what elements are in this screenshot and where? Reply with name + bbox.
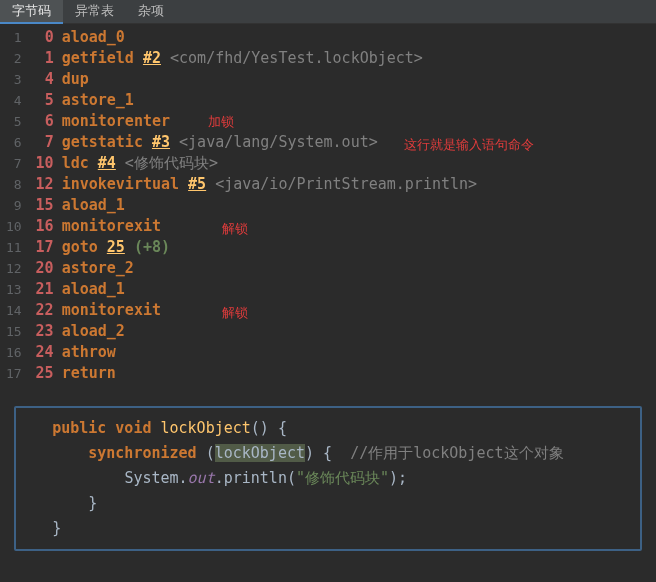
ident: System. [124,469,187,487]
ref-description: <修饰代码块> [116,154,218,172]
bytecode-line: 1getfield #2 <com/fhd/YesTest.lockObject… [30,48,656,69]
gutter-number: 11 [6,237,22,258]
bytecode-instruction: monitorenter [62,112,170,130]
bytecode-instruction: monitorexit [62,301,161,319]
bytecode-line: 10ldc #4 <修饰代码块> [30,153,656,174]
gutter-number: 6 [6,132,22,153]
keyword: void [115,419,151,437]
tab-bytecode[interactable]: 字节码 [0,0,63,24]
bytecode-instruction: aload_2 [62,322,125,340]
bytecode-line: 25return [30,363,656,384]
bytecode-offset: 4 [30,69,54,90]
method-name: lockObject [161,419,251,437]
gutter-number: 15 [6,321,22,342]
gutter-number: 8 [6,174,22,195]
line-comment: //作用于lockObject这个对象 [350,444,563,462]
source-line: System.out.println("修饰代码块"); [16,466,640,491]
tab-bar: 字节码 异常表 杂项 [0,0,656,24]
bytecode-offset: 1 [30,48,54,69]
bytecode-instruction: astore_2 [62,259,134,277]
bytecode-offset: 6 [30,111,54,132]
constant-pool-ref[interactable]: #3 [152,133,170,151]
bytecode-instruction: athrow [62,343,116,361]
ref-description: <java/lang/System.out> [170,133,378,151]
bytecode-line: 5astore_1 [30,90,656,111]
string-literal: "修饰代码块" [296,469,389,487]
constant-pool-ref[interactable]: #5 [188,175,206,193]
bytecode-instruction: monitorexit [62,217,161,235]
ident: .println( [215,469,296,487]
source-line: } [16,491,640,516]
bytecode-line: 7getstatic #3 <java/lang/System.out> [30,132,656,153]
bytecode-instruction: aload_0 [62,28,125,46]
annotation-unlock-1: 解锁 [222,218,248,239]
gutter-number: 4 [6,90,22,111]
bytecode-line: 0aload_0 [30,27,656,48]
bytecode-instruction: getstatic [62,133,143,151]
jump-target[interactable]: 25 [107,238,125,256]
punct: ( [197,444,215,462]
bytecode-offset: 0 [30,27,54,48]
source-panel: public void lockObject() { synchronized … [14,406,642,551]
bytecode-offset: 5 [30,90,54,111]
jump-relative: (+8) [125,238,170,256]
brace: } [52,519,61,537]
annotation-unlock-2: 解锁 [222,302,248,323]
gutter-number: 2 [6,48,22,69]
bytecode-instruction: invokevirtual [62,175,179,193]
bytecode-offset: 25 [30,363,54,384]
gutter-number: 5 [6,111,22,132]
highlighted-ident: lockObject [215,444,305,462]
punct: ) { [305,444,350,462]
gutter-number: 10 [6,216,22,237]
gutter-number: 17 [6,363,22,384]
annotation-input-cmd: 这行就是输入语句命令 [404,134,534,155]
source-line: synchronized (lockObject) { //作用于lockObj… [16,441,640,466]
bytecode-instruction: return [62,364,116,382]
bytecode-instruction: dup [62,70,89,88]
constant-pool-ref[interactable]: #2 [143,49,161,67]
keyword: public [52,419,106,437]
brace: } [88,494,97,512]
ref-description: <java/io/PrintStream.println> [206,175,477,193]
gutter-number: 13 [6,279,22,300]
bytecode-instruction: aload_1 [62,196,125,214]
bytecode-line: 16monitorexit [30,216,656,237]
bytecode-offset: 22 [30,300,54,321]
source-line: public void lockObject() { [16,416,640,441]
gutter-number: 12 [6,258,22,279]
bytecode-offset: 21 [30,279,54,300]
field: out [188,469,215,487]
tab-exceptions[interactable]: 异常表 [63,0,126,24]
source-line: } [16,516,640,541]
bytecode-line: 23aload_2 [30,321,656,342]
gutter-number: 16 [6,342,22,363]
bytecode-line: 22monitorexit [30,300,656,321]
bytecode-line: 17goto 25 (+8) [30,237,656,258]
bytecode-offset: 24 [30,342,54,363]
bytecode-line: 4dup [30,69,656,90]
constant-pool-ref[interactable]: #4 [98,154,116,172]
bytecode-line: 15aload_1 [30,195,656,216]
bytecode-line: 21aload_1 [30,279,656,300]
gutter-number: 7 [6,153,22,174]
bytecode-line: 12invokevirtual #5 <java/io/PrintStream.… [30,174,656,195]
bytecode-lines: 加锁 这行就是输入语句命令 解锁 解锁 0aload_01getfield #2… [30,27,656,384]
bytecode-instruction: astore_1 [62,91,134,109]
bytecode-instruction: getfield [62,49,134,67]
keyword: synchronized [88,444,196,462]
tab-misc[interactable]: 杂项 [126,0,176,24]
bytecode-line: 6monitorenter [30,111,656,132]
bytecode-offset: 10 [30,153,54,174]
annotation-lock: 加锁 [208,111,234,132]
bytecode-instruction: aload_1 [62,280,125,298]
bytecode-offset: 12 [30,174,54,195]
bytecode-offset: 20 [30,258,54,279]
bytecode-line: 20astore_2 [30,258,656,279]
bytecode-offset: 7 [30,132,54,153]
bytecode-instruction: goto [62,238,98,256]
bytecode-instruction: ldc [62,154,89,172]
gutter-number: 14 [6,300,22,321]
bytecode-panel: 1234567891011121314151617 加锁 这行就是输入语句命令 … [0,24,656,384]
punct: () { [251,419,287,437]
